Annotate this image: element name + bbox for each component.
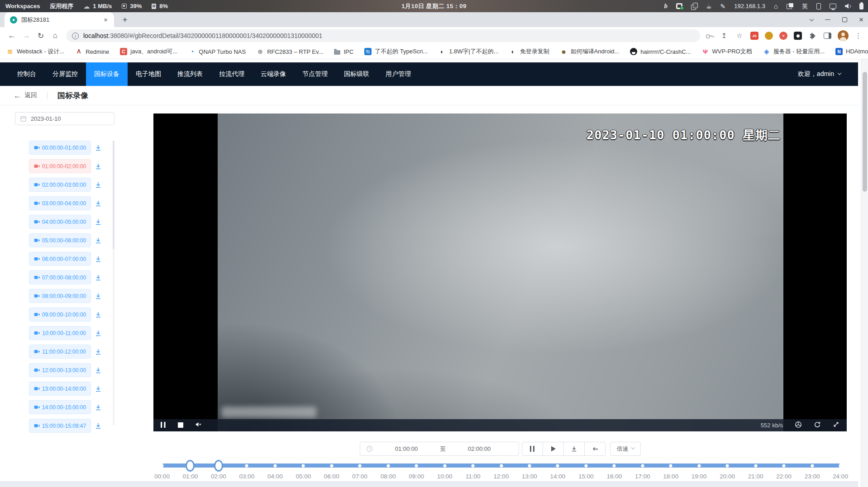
player-pause-button[interactable] [161, 421, 166, 430]
recording-item[interactable]: 01:00:00-02:00:00 [29, 159, 91, 173]
date-picker[interactable]: 2023-01-10 [15, 112, 114, 125]
download-button[interactable] [94, 218, 102, 226]
nav-tab[interactable]: 分屏监控 [44, 62, 86, 86]
sidebar-scrollbar[interactable] [113, 141, 114, 426]
extensions-puzzle-icon[interactable] [808, 31, 817, 40]
recording-item[interactable]: 09:00:00-10:00:00 [29, 307, 91, 322]
speed-dropdown[interactable]: 倍速 [610, 442, 641, 456]
display-tray-icon[interactable] [830, 4, 836, 9]
recording-item[interactable]: 00:00:00-01:00:00 [29, 141, 91, 155]
recording-item[interactable]: 08:00:00-09:00:00 [29, 289, 91, 303]
bookmark-item[interactable]: QNAP Turbo NAS [188, 48, 246, 55]
recording-item[interactable]: 15:00:00-15:09:47 [29, 419, 91, 433]
bookmark-item[interactable]: WVP-PRO文档 [702, 47, 752, 56]
nav-tab[interactable]: 拉流代理 [211, 62, 253, 86]
new-tab-button[interactable]: + [119, 14, 130, 25]
slider-handle-end[interactable] [214, 460, 223, 472]
timeline-slider[interactable] [162, 462, 840, 470]
workspaces-button[interactable]: Workspaces [5, 3, 40, 9]
password-key-icon[interactable] [706, 32, 713, 40]
window-minimize-button[interactable] [825, 19, 830, 20]
nav-tab[interactable]: 云端录像 [253, 62, 294, 86]
home-tray-icon[interactable]: ⌂ [774, 3, 778, 9]
recording-item[interactable]: 04:00:00-05:00:00 [29, 215, 91, 229]
back-button[interactable]: ← [5, 28, 19, 43]
bookmark-item[interactable]: HDAtmos :: 种子 *... [835, 47, 868, 56]
share-icon[interactable]: ↥ [720, 31, 729, 40]
bookmark-item[interactable]: 免登录复制 [510, 47, 549, 56]
nav-tab[interactable]: 电子地图 [128, 62, 169, 86]
messenger-tray-icon[interactable] [676, 3, 682, 9]
reload-button[interactable]: ↻ [33, 28, 48, 43]
refresh-button[interactable] [814, 421, 821, 430]
forward-button[interactable]: → [19, 28, 33, 43]
nav-tab[interactable]: 控制台 [9, 62, 44, 86]
bookmark-item[interactable]: Webstack - 设计... [6, 47, 64, 56]
download-button[interactable] [94, 236, 102, 244]
window-maximize-button[interactable] [842, 17, 847, 22]
nav-tab[interactable]: 节点管理 [294, 62, 336, 86]
url-bar[interactable]: i localhost:38080/#/gbRecordDetail/34020… [66, 29, 700, 42]
playback-download-button[interactable] [563, 442, 585, 456]
playback-prev-button[interactable] [584, 442, 606, 456]
recording-item[interactable]: 02:00:00-03:00:00 [29, 178, 91, 192]
volume-tray-icon[interactable] [845, 4, 851, 9]
recording-item[interactable]: 14:00:00-15:00:00 [29, 400, 91, 414]
extension-gold-icon[interactable] [765, 32, 773, 40]
bookmark-item[interactable]: Redmine [75, 48, 109, 55]
recording-item[interactable]: 03:00:00-04:00:00 [29, 196, 91, 210]
tray-app-b-icon[interactable]: b [664, 3, 668, 9]
download-button[interactable] [94, 181, 102, 189]
sidebar-scrollbar-thumb[interactable] [113, 141, 114, 249]
clipboard-tray-icon[interactable] [691, 3, 697, 9]
welcome-dropdown[interactable]: 欢迎，admin [798, 70, 841, 78]
nav-tab[interactable]: 用户管理 [377, 62, 419, 86]
side-panel-icon[interactable] [824, 33, 831, 39]
bookmark-item[interactable]: RFC2833 – RTP Ev... [257, 48, 323, 55]
end-time-value[interactable]: 02:00:00 [446, 445, 513, 452]
start-time-value[interactable]: 01:00:00 [373, 445, 440, 452]
bookmark-item[interactable]: hairrrrr/C-CrashC... [630, 48, 691, 55]
browser-menu-icon[interactable]: ⋮ [855, 32, 862, 40]
player-mute-button[interactable] [195, 421, 202, 430]
input-method-indicator[interactable]: 英 [802, 2, 808, 10]
page-scrollbar[interactable] [861, 59, 868, 487]
download-button[interactable] [94, 162, 102, 170]
download-button[interactable] [94, 422, 102, 430]
download-button[interactable] [94, 385, 102, 392]
recording-item[interactable]: 06:00:00-07:00:00 [29, 252, 91, 266]
bookmark-item[interactable]: IPC [334, 48, 353, 55]
browser-tab[interactable]: ◆ 国标28181 × [5, 12, 114, 27]
device-tray-icon[interactable] [816, 3, 821, 9]
download-button[interactable] [94, 199, 102, 207]
home-button[interactable]: ⌂ [48, 28, 62, 43]
applications-button[interactable]: 应用程序 [50, 2, 73, 10]
color-picker-tray-icon[interactable]: ✎ [720, 3, 726, 9]
extension-js-icon[interactable]: JS [750, 32, 758, 40]
download-button[interactable] [94, 274, 102, 281]
recording-item[interactable]: 10:00:00-11:00:00 [29, 326, 91, 340]
back-link[interactable]: ← 返回 [14, 91, 37, 99]
nav-tab[interactable]: 推流列表 [169, 62, 211, 86]
recording-item[interactable]: 07:00:00-08:00:00 [29, 270, 91, 284]
recording-item[interactable]: 12:00:00-13:00:00 [29, 363, 91, 377]
slider-handle-start[interactable] [186, 460, 195, 472]
window-switcher-tray-icon[interactable] [787, 3, 793, 9]
profile-avatar[interactable] [838, 30, 849, 41]
clock[interactable]: 1月10日 星期二 15：09 [401, 2, 466, 10]
snapshot-button[interactable] [795, 421, 802, 430]
tab-close-icon[interactable]: × [103, 16, 109, 24]
bookmark-item[interactable]: 服务器 - 轻量应用... [763, 47, 825, 56]
fullscreen-button[interactable] [833, 421, 839, 430]
tab-search-chevron-icon[interactable] [810, 17, 814, 21]
download-button[interactable] [94, 144, 102, 151]
recording-item[interactable]: 13:00:00-14:00:00 [29, 382, 91, 396]
download-button[interactable] [94, 366, 102, 374]
site-info-icon[interactable]: i [72, 33, 79, 39]
time-range-input[interactable]: 01:00:00 至 02:00:00 [360, 442, 519, 456]
bookmark-star-icon[interactable]: ☆ [735, 31, 744, 40]
recording-item[interactable]: 11:00:00-12:00:00 [29, 345, 91, 359]
recording-item[interactable]: 05:00:00-06:00:00 [29, 233, 91, 247]
player-stop-button[interactable] [178, 421, 183, 430]
bookmark-item[interactable]: 如何编译Android... [560, 47, 620, 56]
